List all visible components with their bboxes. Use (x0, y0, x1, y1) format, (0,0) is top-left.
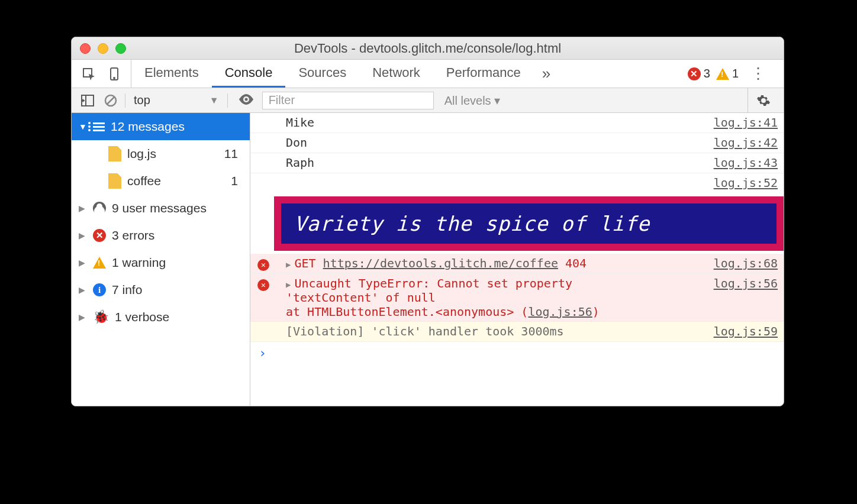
warning-count-badge[interactable]: 1 (716, 67, 739, 80)
error-row[interactable]: ✕ ▶GET https://devtools.glitch.me/coffee… (250, 254, 784, 274)
chevron-down-icon: ▼ (79, 122, 87, 131)
warning-count: 1 (732, 67, 739, 80)
log-text: Don (286, 135, 708, 150)
tab-elements[interactable]: Elements (131, 60, 212, 88)
http-method: GET (294, 256, 315, 270)
log-row[interactable]: Raph log.js:43 (250, 153, 784, 173)
styled-log-row[interactable]: log.js:52 (250, 173, 784, 193)
file-count: 1 (231, 174, 243, 188)
error-stack: at HTMLButtonElement.<anonymous> ( (286, 305, 528, 319)
caret-right-icon: ▶ (79, 203, 87, 213)
http-status: 404 (565, 256, 587, 270)
console-output: Mike log.js:41 Don log.js:42 Raph log.js… (250, 113, 784, 406)
caret-right-icon: ▶ (79, 312, 87, 322)
error-count: 3 (704, 67, 710, 80)
caret-right-icon: ▶ (79, 285, 87, 295)
devtools-window: DevTools - devtools.glitch.me/console/lo… (71, 37, 784, 406)
caret-right-icon: ▶ (79, 231, 87, 240)
inspect-icon[interactable] (81, 66, 96, 82)
sidebar-info[interactable]: ▶ i 7 info (72, 276, 250, 303)
source-link[interactable]: log.js:59 (708, 324, 778, 338)
log-levels-selector[interactable]: All levels ▾ (434, 93, 511, 108)
log-row[interactable]: Don log.js:42 (250, 133, 784, 153)
svg-line-6 (107, 97, 114, 104)
violation-text: [Violation] 'click' handler took 3000ms (286, 324, 708, 338)
context-selector[interactable]: top ▼ (128, 93, 225, 107)
sidebar-group-label: 3 errors (112, 228, 154, 243)
warning-icon (716, 68, 729, 80)
clear-console-icon[interactable] (99, 88, 123, 112)
styled-log-text: Variety is the spice of life (274, 196, 784, 251)
window-title: DevTools - devtools.glitch.me/console/lo… (72, 41, 784, 56)
chevron-down-icon: ▼ (210, 95, 219, 106)
file-icon (108, 146, 121, 161)
list-icon (93, 122, 105, 131)
device-toggle-icon[interactable] (107, 66, 123, 82)
source-link[interactable]: log.js:42 (708, 135, 778, 150)
caret-right-icon: ▶ (286, 260, 294, 269)
sidebar-verbose[interactable]: ▶ 🐞 1 verbose (72, 303, 250, 331)
live-expression-icon[interactable] (230, 93, 262, 108)
warning-icon (93, 257, 106, 269)
error-row[interactable]: ✕ ▶Uncaught TypeError: Cannot set proper… (250, 274, 784, 322)
kebab-menu-icon[interactable]: ⋮ (745, 64, 772, 83)
source-link[interactable]: log.js:68 (708, 256, 778, 270)
log-text: Raph (286, 156, 708, 170)
error-line: Uncaught TypeError: Cannot set property (294, 276, 572, 290)
source-link[interactable]: log.js:41 (708, 115, 778, 130)
user-icon (93, 202, 106, 215)
close-icon[interactable] (80, 43, 91, 54)
console-toolbar: top ▼ All levels ▾ (72, 88, 784, 113)
tabs-row: Elements Console Sources Network Perform… (72, 60, 784, 88)
bug-icon: 🐞 (93, 309, 109, 325)
sidebar-file-logjs[interactable]: log.js 11 (72, 140, 250, 167)
tabs-overflow-button[interactable]: » (534, 64, 559, 83)
svg-point-2 (114, 77, 115, 79)
console-sidebar: ▼ 12 messages log.js 11 coffee 1 ▶ 9 use… (72, 113, 250, 406)
sidebar-errors[interactable]: ▶ ✕ 3 errors (72, 222, 250, 249)
filter-input[interactable] (262, 92, 434, 109)
log-text: Mike (286, 115, 708, 130)
error-icon: ✕ (688, 67, 701, 80)
tab-sources[interactable]: Sources (285, 60, 359, 88)
sidebar-warnings[interactable]: ▶ 1 warning (72, 249, 250, 276)
sidebar-file-coffee[interactable]: coffee 1 (72, 167, 250, 195)
caret-right-icon: ▶ (79, 258, 87, 267)
file-name: coffee (127, 174, 161, 188)
maximize-icon[interactable] (115, 43, 126, 54)
log-row[interactable]: Mike log.js:41 (250, 113, 784, 133)
window-controls (72, 43, 126, 54)
sidebar-messages-label: 12 messages (111, 119, 185, 134)
violation-row[interactable]: [Violation] 'click' handler took 3000ms … (250, 322, 784, 342)
svg-point-7 (244, 98, 247, 101)
sidebar-messages[interactable]: ▼ 12 messages (72, 113, 250, 140)
sidebar-group-label: 1 warning (112, 256, 166, 270)
source-link[interactable]: log.js:43 (708, 156, 778, 170)
error-icon: ✕ (93, 229, 106, 242)
minimize-icon[interactable] (98, 43, 108, 54)
tab-performance[interactable]: Performance (433, 60, 534, 88)
sidebar-group-label: 7 info (112, 283, 142, 297)
error-icon: ✕ (257, 279, 269, 291)
file-name: log.js (127, 147, 156, 161)
gear-icon[interactable] (748, 88, 779, 112)
sidebar-group-label: 9 user messages (112, 201, 207, 215)
source-link[interactable]: log.js:52 (708, 176, 778, 190)
error-line: 'textContent' of null (286, 290, 436, 305)
info-icon: i (93, 283, 106, 296)
toggle-sidebar-icon[interactable] (76, 88, 99, 112)
error-icon: ✕ (257, 259, 269, 271)
context-label: top (134, 93, 150, 107)
error-url[interactable]: https://devtools.glitch.me/coffee (323, 256, 558, 270)
titlebar: DevTools - devtools.glitch.me/console/lo… (72, 37, 784, 60)
sidebar-user-messages[interactable]: ▶ 9 user messages (72, 195, 250, 222)
source-link[interactable]: log.js:56 (708, 276, 778, 290)
error-stack-close: ) (592, 305, 600, 319)
tab-console[interactable]: Console (212, 60, 286, 88)
error-count-badge[interactable]: ✕ 3 (688, 67, 710, 80)
file-count: 11 (224, 147, 243, 161)
tab-network[interactable]: Network (359, 60, 433, 88)
sidebar-group-label: 1 verbose (115, 310, 169, 324)
console-prompt[interactable]: › (250, 342, 784, 364)
stack-link[interactable]: log.js:56 (528, 305, 592, 319)
